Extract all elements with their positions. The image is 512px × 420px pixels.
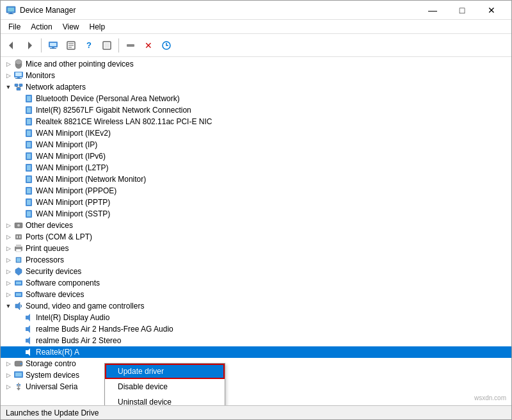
menu-help[interactable]: Help [84, 21, 111, 33]
svg-rect-49 [27, 200, 31, 205]
tree-item-network[interactable]: ▼ Network adapters [1, 81, 511, 93]
menu-bar: File Action View Help [1, 20, 511, 34]
svg-rect-3 [8, 13, 13, 14]
storage-toggle[interactable]: ▷ [3, 359, 13, 369]
tree-item-software-components[interactable]: ▷ Software components [1, 277, 511, 289]
minimize-button[interactable]: — [418, 1, 447, 20]
tree-item-wan-pppoe[interactable]: WAN Miniport (PPPOE) [1, 185, 511, 197]
svg-rect-74 [15, 373, 22, 376]
tree-view[interactable]: ▷ Mice and other pointing devices ▷ Moni… [1, 57, 511, 405]
ports-toggle[interactable]: ▷ [3, 232, 13, 242]
svg-rect-33 [27, 108, 31, 113]
tree-item-realtek-selected[interactable]: Realtek(R) A [1, 346, 511, 358]
wan-pptp-icon [24, 197, 34, 207]
tree-item-wan-l2tp[interactable]: WAN Miniport (L2TP) [1, 162, 511, 174]
svg-rect-25 [15, 84, 18, 86]
uninstall-button[interactable]: ✕ [140, 37, 157, 54]
mice-toggle[interactable]: ▷ [3, 59, 13, 69]
tree-item-ports[interactable]: ▷ Ports (COM & LPT) [1, 231, 511, 243]
svg-rect-37 [27, 131, 31, 136]
tree-item-system-devices[interactable]: ▷ System devices [1, 369, 511, 381]
wan-ipv6-label: WAN Miniport (IPv6) [36, 152, 106, 161]
context-menu-disable-device[interactable]: Disable device [105, 379, 225, 394]
tree-item-software-devices[interactable]: ▷ Software devices [1, 289, 511, 300]
menu-action[interactable]: Action [26, 21, 57, 33]
help-button[interactable]: ? [81, 37, 97, 54]
realtek8821-label: Realtek 8821CE Wireless LAN 802.11ac PCI… [36, 117, 212, 126]
wan-l2tp-label: WAN Miniport (L2TP) [36, 163, 109, 172]
tree-item-bluetooth[interactable]: Bluetooth Device (Personal Area Network) [1, 93, 511, 104]
disable-button[interactable] [122, 37, 139, 54]
tree-item-other[interactable]: ▷ Other devices [1, 220, 511, 231]
tree-item-intel-display-audio[interactable]: Intel(R) Display Audio [1, 312, 511, 323]
update-button[interactable] [158, 37, 175, 54]
menu-view[interactable]: View [58, 21, 84, 33]
sound-icon [13, 301, 24, 311]
wan-sstp-label: WAN Miniport (SSTP) [36, 209, 110, 218]
tree-item-monitors[interactable]: ▷ Monitors [1, 70, 511, 81]
tree-item-universal[interactable]: ▷ Universal Seria [1, 381, 511, 392]
realme-stereo-icon [24, 335, 34, 346]
mice-icon [13, 59, 24, 69]
svg-rect-27 [17, 88, 20, 90]
print-toggle[interactable]: ▷ [3, 243, 13, 254]
tree-item-mice[interactable]: ▷ Mice and other pointing devices [1, 58, 511, 70]
tree-item-sound[interactable]: ▼ Sound, video and game controllers [1, 300, 511, 312]
svg-marker-66 [15, 302, 20, 310]
menu-file[interactable]: File [3, 21, 26, 33]
tree-item-wan-netmon[interactable]: WAN Miniport (Network Monitor) [1, 174, 511, 185]
tree-item-wan-ip[interactable]: WAN Miniport (IP) [1, 139, 511, 150]
context-menu-uninstall-device[interactable]: Uninstall device [105, 394, 225, 405]
tree-item-wan-sstp[interactable]: WAN Miniport (SSTP) [1, 208, 511, 220]
tree-item-intel82567[interactable]: Intel(R) 82567LF Gigabit Network Connect… [1, 104, 511, 116]
tree-item-wan-ipv6[interactable]: WAN Miniport (IPv6) [1, 150, 511, 162]
tree-item-storage[interactable]: ▷ Storage contro [1, 358, 511, 369]
status-text: Launches the Update Drive [6, 408, 99, 417]
svg-rect-1 [8, 8, 14, 12]
software-components-toggle[interactable]: ▷ [3, 278, 13, 288]
software-components-label: Software components [26, 279, 100, 287]
tree-item-realtek8821[interactable]: Realtek 8821CE Wireless LAN 802.11ac PCI… [1, 116, 511, 127]
tree-item-processors[interactable]: ▷ Processors [1, 254, 511, 266]
other-toggle[interactable]: ▷ [3, 220, 13, 230]
realme-handsfree-icon [24, 324, 34, 334]
window-title: Device Manager [20, 6, 76, 15]
computer-button[interactable] [45, 37, 61, 54]
tree-item-wan-pptp[interactable]: WAN Miniport (PPTP) [1, 197, 511, 208]
svg-rect-41 [27, 154, 31, 159]
svg-rect-54 [15, 234, 22, 239]
maximize-button[interactable]: □ [447, 1, 477, 20]
cpu-icon [13, 255, 24, 265]
tree-item-realme-stereo[interactable]: realme Buds Air 2 Stereo [1, 335, 511, 346]
network-toggle[interactable]: ▼ [3, 82, 13, 92]
tree-item-security[interactable]: ▷ Security devices [1, 266, 511, 277]
svg-rect-58 [16, 245, 21, 247]
bluetooth-label: Bluetooth Device (Personal Area Network) [36, 94, 180, 103]
status-bar: Launches the Update Drive [1, 405, 511, 419]
security-toggle[interactable]: ▷ [3, 266, 13, 277]
other-icon [13, 220, 24, 230]
tree-item-realme-handsfree[interactable]: realme Buds Air 2 Hands-Free AG Audio [1, 323, 511, 335]
context-menu-update-driver[interactable]: Update driver [105, 364, 225, 379]
ports-label: Ports (COM & LPT) [26, 232, 92, 241]
forward-button[interactable] [21, 37, 38, 54]
svg-marker-67 [26, 314, 30, 321]
software-devices-toggle[interactable]: ▷ [3, 289, 13, 300]
processors-toggle[interactable]: ▷ [3, 255, 13, 265]
back-button[interactable] [3, 37, 20, 54]
intel-display-audio-label: Intel(R) Display Audio [36, 313, 109, 322]
properties-button[interactable] [63, 37, 79, 54]
wan-ikev2-label: WAN Miniport (IKEv2) [36, 129, 111, 138]
sound-toggle[interactable]: ▼ [3, 301, 13, 311]
close-button[interactable]: ✕ [477, 1, 506, 20]
tree-item-print[interactable]: ▷ Print queues [1, 243, 511, 254]
svg-rect-45 [27, 177, 31, 182]
tree-item-wan-ikev2[interactable]: WAN Miniport (IKEv2) [1, 127, 511, 139]
system-devices-toggle[interactable]: ▷ [3, 370, 13, 380]
realtek-selected-label: Realtek(R) A [36, 348, 79, 357]
universal-toggle[interactable]: ▷ [3, 382, 13, 392]
wan-l2tp-icon [24, 163, 34, 173]
context-menu: Update driver Disable device Uninstall d… [104, 363, 225, 405]
monitors-toggle[interactable]: ▷ [3, 70, 13, 81]
scan-button[interactable] [99, 37, 115, 54]
